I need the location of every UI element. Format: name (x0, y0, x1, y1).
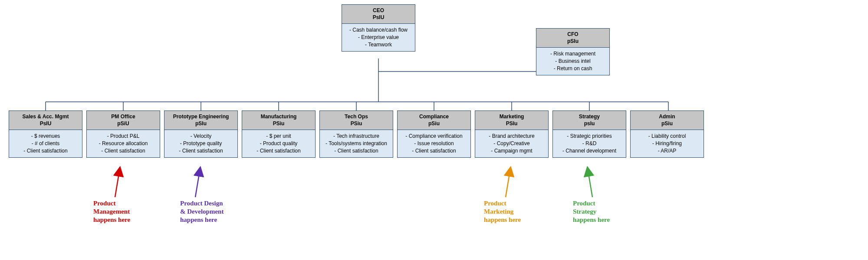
code-text: pSIu (195, 120, 207, 127)
item: - Liability control (634, 133, 700, 140)
title-text: Marketing (500, 114, 524, 120)
item: - Business intel (540, 58, 606, 65)
title-text: CFO (567, 31, 578, 37)
item: - Product quality (246, 140, 312, 147)
org-body: - Brand architecture - Copy/Creative - C… (475, 130, 548, 157)
svg-line-14 (195, 171, 200, 197)
title-text: Tech Ops (345, 114, 368, 120)
org-body: - Tech infrastructure - Tools/systems in… (320, 130, 393, 157)
code-text: pSIu (567, 38, 579, 44)
code-text: PSiu (351, 120, 362, 127)
code-text: pSiu (428, 120, 440, 127)
item: - # of clients (13, 140, 79, 147)
item: - Return on cash (540, 65, 606, 72)
title-text: Sales & Acc. Mgmt (23, 114, 69, 120)
org-body: - Liability control - Hiring/firing - AR… (631, 130, 704, 157)
org-box-pm-office: PM Office pSiU - Product P&L - Resource … (86, 110, 160, 158)
item: - Client satisfaction (90, 147, 156, 155)
item: - $ per unit (246, 133, 312, 140)
org-box-tech-ops: Tech Ops PSiu - Tech infrastructure - To… (319, 110, 393, 158)
org-title: Strategy psIu (553, 111, 626, 130)
org-body: - Strategic priorities - R&D - Channel d… (553, 130, 626, 157)
item: - Campaign mgmt (479, 147, 545, 155)
org-box-prototype-engineering: Prototype Engineering pSIu - Velocity - … (164, 110, 238, 158)
org-box-manufacturing: Manufacturing PSiu - $ per unit - Produc… (242, 110, 316, 158)
org-body: - Risk management - Business intel - Ret… (536, 48, 609, 75)
svg-line-15 (506, 171, 510, 197)
item: - Client satisfaction (246, 147, 312, 155)
org-title: Sales & Acc. Mgmt PsIU (9, 111, 82, 130)
item: - Prototype quality (168, 140, 234, 147)
org-box-sales: Sales & Acc. Mgmt PsIU - $ revenues - # … (9, 110, 82, 158)
org-box-compliance: Compliance pSiu - Compliance verificatio… (397, 110, 471, 158)
code-text: PSIu (506, 120, 518, 127)
annotation-marketing: Product Marketing happens here (484, 199, 521, 224)
org-title: Manufacturing PSiu (242, 111, 315, 130)
org-title: Prototype Engineering pSIu (164, 111, 237, 130)
code-text: pSiu (661, 120, 673, 127)
item: - Tools/systems integration (323, 140, 389, 147)
item: - Client satisfaction (401, 147, 467, 155)
org-body: - $ revenues - # of clients - Client sat… (9, 130, 82, 157)
annotation-strategy: Product Strategy happens here (573, 199, 610, 224)
org-body: - Velocity - Prototype quality - Client … (164, 130, 237, 157)
title-text: Admin (659, 114, 675, 120)
title-text: CEO (373, 7, 384, 13)
item: - $ revenues (13, 133, 79, 140)
code-text: PSiu (273, 120, 285, 127)
item: - Compliance verification (401, 133, 467, 140)
org-body: - Compliance verification - Issue resolu… (398, 130, 470, 157)
item: - Client satisfaction (168, 147, 234, 155)
annotation-pm: Product Management happens here (93, 199, 130, 224)
org-box-admin: Admin pSiu - Liability control - Hiring/… (630, 110, 704, 158)
svg-line-13 (115, 171, 119, 197)
org-title: Admin pSiu (631, 111, 704, 130)
title-text: Compliance (419, 114, 449, 120)
item: - Tech infrastructure (323, 133, 389, 140)
org-body: - Cash balance/cash flow - Enterprise va… (342, 24, 415, 51)
annotation-proto: Product Design & Development happens her… (180, 199, 224, 224)
code-text: pSiU (117, 120, 129, 127)
item: - Teamwork (345, 41, 411, 49)
org-body: - Product P&L - Resource allocation - Cl… (87, 130, 160, 157)
org-title: PM Office pSiU (87, 111, 160, 130)
title-text: PM Office (111, 114, 135, 120)
item: - Client satisfaction (13, 147, 79, 155)
item: - Resource allocation (90, 140, 156, 147)
item: - Client satisfaction (323, 147, 389, 155)
title-text: Strategy (579, 114, 600, 120)
item: - Enterprise value (345, 34, 411, 41)
org-box-marketing: Marketing PSIu - Brand architecture - Co… (475, 110, 549, 158)
org-title: Tech Ops PSiu (320, 111, 393, 130)
org-body: - $ per unit - Product quality - Client … (242, 130, 315, 157)
item: - Issue resolution (401, 140, 467, 147)
item: - R&D (556, 140, 622, 147)
item: - Copy/Creative (479, 140, 545, 147)
item: - Hiring/firing (634, 140, 700, 147)
org-title: Marketing PSIu (475, 111, 548, 130)
code-text: PsIU (373, 14, 385, 20)
item: - Brand architecture (479, 133, 545, 140)
item: - Risk management (540, 50, 606, 58)
org-title: CFO pSIu (536, 29, 609, 48)
item: - Velocity (168, 133, 234, 140)
code-text: PsIU (40, 120, 52, 127)
item: - Product P&L (90, 133, 156, 140)
svg-line-16 (588, 171, 592, 197)
org-title: CEO PsIU (342, 5, 415, 24)
org-box-ceo: CEO PsIU - Cash balance/cash flow - Ente… (342, 4, 415, 52)
code-text: psIu (584, 120, 595, 127)
org-box-cfo: CFO pSIu - Risk management - Business in… (536, 28, 610, 75)
org-title: Compliance pSiu (398, 111, 470, 130)
title-text: Prototype Engineering (173, 114, 229, 120)
title-text: Manufacturing (261, 114, 297, 120)
item: - Cash balance/cash flow (345, 26, 411, 34)
item: - Strategic priorities (556, 133, 622, 140)
item: - AR/AP (634, 147, 700, 155)
item: - Channel development (556, 147, 622, 155)
org-box-strategy: Strategy psIu - Strategic priorities - R… (552, 110, 626, 158)
